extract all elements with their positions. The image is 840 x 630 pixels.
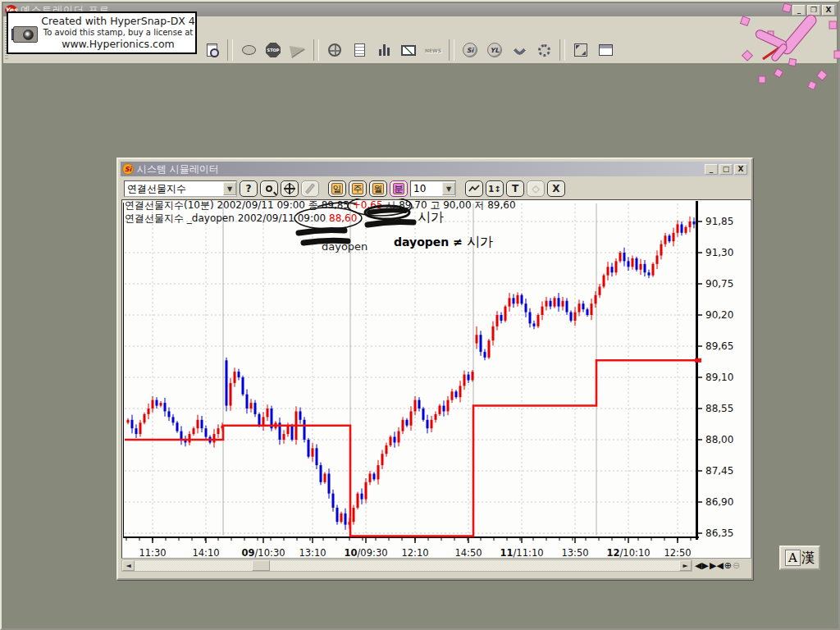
main-minimize-button[interactable]: _ bbox=[792, 5, 806, 16]
simulator-titlebar: Si 시스템 시뮬레이터 _ □ X bbox=[121, 162, 749, 176]
period-label: 일 bbox=[331, 183, 343, 194]
draw-pencil-button[interactable] bbox=[301, 180, 319, 197]
line-style-button[interactable] bbox=[465, 180, 483, 197]
zoom-button[interactable] bbox=[260, 180, 278, 197]
svg-text:91,30: 91,30 bbox=[705, 247, 733, 258]
main-close-button[interactable]: X bbox=[822, 5, 835, 16]
symbol-combo-arrow-icon[interactable]: ▼ bbox=[223, 182, 236, 195]
svg-text:14:50: 14:50 bbox=[454, 547, 482, 559]
globe-icon-button[interactable] bbox=[323, 39, 346, 62]
globe-icon bbox=[328, 43, 341, 57]
ime-hanja-label: 漢 bbox=[801, 550, 815, 567]
chart-hscrollbar[interactable]: ◄ ► bbox=[121, 559, 692, 572]
magnifier-icon bbox=[266, 185, 272, 192]
svg-text:90,20: 90,20 bbox=[705, 309, 733, 321]
period-button-월[interactable]: 월 bbox=[369, 180, 387, 197]
candlestick-chart[interactable]: 91,8591,3090,7590,2089,6589,1088,5588,00… bbox=[121, 199, 752, 561]
si-simulator-icon: Si bbox=[463, 43, 477, 57]
svg-text:연결선물지수 _dayopen 2002/09/11 09:: 연결선물지수 _dayopen 2002/09/11 09:00 88,60 bbox=[125, 212, 357, 224]
svg-text:11/11:10: 11/11:10 bbox=[500, 547, 543, 559]
crosshair-icon bbox=[285, 184, 294, 194]
settings-gear-icon-button[interactable] bbox=[532, 39, 555, 62]
period-label: 월 bbox=[372, 183, 384, 194]
svg-text:13:50: 13:50 bbox=[561, 547, 588, 559]
symbol-combobox-value: 연결선물지수 bbox=[127, 182, 186, 196]
zoom-out-icon[interactable]: ⊖ bbox=[733, 560, 740, 571]
ime-latin-label: A bbox=[785, 550, 801, 566]
delete-button[interactable]: X bbox=[547, 180, 565, 197]
svg-text:88,55: 88,55 bbox=[705, 403, 733, 414]
window-layout-icon-button[interactable] bbox=[594, 39, 617, 62]
prev-next-icon[interactable]: ◀▶ bbox=[695, 560, 709, 571]
chat-bubble-icon bbox=[242, 45, 256, 55]
sim-close-button[interactable]: X bbox=[734, 164, 747, 175]
yl-tool-icon-button[interactable]: YL bbox=[483, 39, 506, 62]
main-restore-button[interactable]: ❐ bbox=[807, 5, 820, 16]
toolbar-separator bbox=[227, 39, 233, 61]
period-button-주[interactable]: 주 bbox=[349, 180, 367, 197]
svg-text:89,10: 89,10 bbox=[705, 372, 733, 383]
zigzag-icon bbox=[468, 185, 480, 193]
simulator-title: 시스템 시뮬레이터 bbox=[137, 162, 219, 176]
interval-combobox-value: 10 bbox=[413, 183, 426, 194]
pencil-icon bbox=[305, 183, 315, 194]
symbol-combobox[interactable]: 연결선물지수 ▼ bbox=[124, 180, 237, 197]
svg-text:11:30: 11:30 bbox=[139, 547, 166, 559]
si-simulator-icon-button[interactable]: Si bbox=[459, 39, 482, 62]
sim-minimize-button[interactable]: _ bbox=[705, 164, 718, 175]
interval-combo-arrow-icon[interactable]: ▼ bbox=[442, 182, 455, 195]
svg-text:12:50: 12:50 bbox=[664, 547, 691, 559]
toolbar-separator bbox=[449, 39, 454, 61]
period-label: 분 bbox=[393, 183, 404, 194]
help-button[interactable]: ? bbox=[240, 180, 258, 197]
svg-text:86,35: 86,35 bbox=[705, 527, 733, 539]
svg-text:연결선물지수(10분) 2002/09/11 09:00: 연결선물지수(10분) 2002/09/11 09:00 종 89,85 +0,… bbox=[125, 199, 516, 211]
crosshair-button[interactable] bbox=[281, 180, 299, 197]
bar-chart-icon-button[interactable] bbox=[372, 39, 395, 62]
zoom-in-icon[interactable]: ⊕ bbox=[724, 560, 732, 571]
order-form-icon bbox=[354, 43, 365, 57]
svg-text:09/10:30: 09/10:30 bbox=[241, 547, 285, 559]
diamond-tool-button[interactable]: ◇ bbox=[527, 180, 545, 197]
interval-combobox[interactable]: 10 ▼ bbox=[410, 180, 456, 197]
go-end-icon[interactable]: ▶◀ bbox=[710, 560, 724, 571]
ime-indicator-button[interactable]: A 漢 bbox=[779, 546, 820, 570]
order-form-icon-button[interactable] bbox=[348, 39, 371, 62]
stamp-url: www.Hyperionics.com bbox=[41, 38, 195, 51]
fullscreen-icon-button[interactable] bbox=[569, 39, 592, 62]
report-search-icon-button[interactable] bbox=[200, 39, 223, 62]
chart-monitor-icon bbox=[401, 45, 416, 56]
svg-text:88,00: 88,00 bbox=[705, 434, 733, 445]
hscroll-thumb[interactable] bbox=[252, 560, 270, 571]
period-button-일[interactable]: 일 bbox=[328, 180, 346, 197]
news-icon: NEWS bbox=[425, 48, 441, 53]
stop-sign-icon-button[interactable]: STOP bbox=[262, 39, 285, 62]
hypersnap-stamp: Created with HyperSnap-DX 4 To avoid thi… bbox=[7, 11, 197, 54]
chat-bubble-icon-button[interactable] bbox=[237, 39, 260, 62]
sim-maximize-button[interactable]: □ bbox=[719, 164, 733, 175]
period-button-분[interactable]: 분 bbox=[390, 180, 408, 197]
app-window: Yes 예스트레이더 프로 _ ❐ X STOPNEWSSiYL Created… bbox=[0, 0, 840, 630]
svg-text:12/10:10: 12/10:10 bbox=[606, 547, 650, 559]
chart-monitor-icon-button[interactable] bbox=[397, 39, 420, 62]
stop-sign-icon: STOP bbox=[266, 43, 281, 57]
send-plane-icon-button[interactable] bbox=[286, 39, 309, 62]
hand-tool-icon bbox=[513, 43, 526, 57]
send-plane-icon bbox=[290, 43, 307, 57]
simulator-toolbar: 연결선물지수 ▼ ? 일주월분 10 ▼ 1↕ T ◇ X bbox=[121, 178, 749, 199]
si-badge-icon: Si bbox=[122, 163, 134, 175]
fullscreen-icon bbox=[574, 43, 587, 57]
toolbar-separator bbox=[313, 39, 319, 61]
news-icon-button[interactable]: NEWS bbox=[422, 39, 445, 62]
svg-text:12:10: 12:10 bbox=[401, 547, 428, 559]
window-layout-icon bbox=[599, 44, 613, 56]
updown-button[interactable]: 1↕ bbox=[486, 180, 504, 197]
svg-text:dayopen: dayopen bbox=[322, 240, 368, 253]
text-tool-button[interactable]: T bbox=[506, 180, 524, 197]
hscroll-right-arrow[interactable]: ► bbox=[679, 560, 692, 571]
hand-tool-icon-button[interactable] bbox=[508, 39, 531, 62]
hscroll-left-arrow[interactable]: ◄ bbox=[122, 560, 135, 571]
svg-text:90,75: 90,75 bbox=[705, 278, 733, 290]
report-search-icon bbox=[207, 43, 217, 57]
svg-text:dayopen ≠ 시가: dayopen ≠ 시가 bbox=[394, 234, 493, 249]
